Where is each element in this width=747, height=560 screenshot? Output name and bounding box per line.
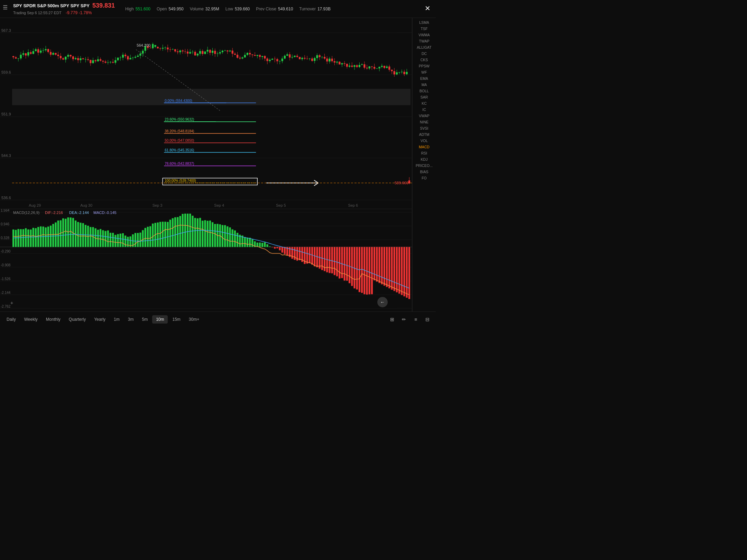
sidebar-item-ma[interactable]: MA [413, 82, 436, 88]
timeframe-btn-5m[interactable]: 5m [138, 315, 151, 324]
main-price: 539.831 [92, 2, 115, 9]
open-group: Open 549.950 [157, 7, 184, 11]
sidebar-item-fo[interactable]: FO [413, 175, 436, 181]
sidebar-item-ema[interactable]: EMA [413, 75, 436, 82]
sidebar-item-adtm[interactable]: ADTM [413, 131, 436, 138]
open-label: Open [157, 7, 167, 11]
sidebar-item-macd[interactable]: MACD [413, 144, 436, 150]
timeframe-btn-3m[interactable]: 3m [124, 315, 138, 324]
timeframe-btn-monthly[interactable]: Monthly [42, 315, 64, 324]
volume-value: 32.95M [205, 7, 219, 11]
sidebar-item-cks[interactable]: CKS [413, 57, 436, 63]
sidebar-item-lsma[interactable]: LSMA [413, 19, 436, 26]
price-change: -9.779 -1.78% [66, 10, 92, 15]
timeframe-btn-30mplus[interactable]: 30m+ [185, 315, 203, 324]
trading-info: Trading Sep 6 12:55:27 EDT [13, 11, 62, 15]
timeframe-btn-1m[interactable]: 1m [110, 315, 123, 324]
header-left: SPY SPDR S&P 500m SPY SPY SPY 539.831 Tr… [13, 2, 115, 16]
sidebar-item-ppsw[interactable]: PPSW [413, 63, 436, 69]
low-label: Low [225, 7, 233, 11]
sidebar-item-bias[interactable]: BIAS [413, 169, 436, 175]
prev-close-group: Prev Close 549.610 [256, 7, 293, 11]
timeframe-btn-quarterly[interactable]: Quarterly [65, 315, 90, 324]
sidebar-item-twap[interactable]: TWAP [413, 38, 436, 44]
main-chart-canvas [0, 18, 412, 209]
symbol-row: SPY SPDR S&P 500m SPY SPY SPY 539.831 [13, 2, 115, 9]
sidebar-item-vwma[interactable]: VWMA [413, 32, 436, 38]
high-group: High 551.600 [125, 7, 150, 11]
sidebar-item-wf[interactable]: WF [413, 69, 436, 75]
high-label: High [125, 7, 134, 11]
sidebar-item-sar[interactable]: SAR [413, 94, 436, 100]
sidebar-item-kc[interactable]: KC [413, 100, 436, 106]
header-stats: High 551.600 Open 549.950 Volume 32.95M … [125, 7, 331, 11]
sidebar-item-svsi[interactable]: SVSI [413, 125, 436, 131]
scroll-right-button[interactable]: ← [377, 297, 388, 307]
sidebar-item-nine[interactable]: NINE [413, 119, 436, 125]
menu-icon[interactable]: ☰ [3, 4, 8, 11]
symbol-text: SPY SPDR S&P 500m SPY SPY SPY [13, 3, 90, 8]
timeframe-btn-15m[interactable]: 15m [168, 315, 184, 324]
main-layout: ← LSMATSFVWMATWAPALLIGATDCCKSPPSWWFEMAMA… [0, 18, 436, 311]
layout-icon[interactable]: ⊞ [387, 314, 398, 325]
draw-icon[interactable]: ✏ [398, 314, 409, 325]
open-value: 549.950 [168, 7, 183, 11]
sidebar-item-boll[interactable]: BOLL [413, 88, 436, 94]
volume-label: Volume [190, 7, 204, 11]
turnover-value: 17.93B [317, 7, 331, 11]
sidebar-item-alligat[interactable]: ALLIGAT [413, 44, 436, 50]
indicator-icon[interactable]: ≡ [410, 314, 421, 325]
timeframe-btn-weekly[interactable]: Weekly [20, 315, 42, 324]
grid-icon[interactable]: ⊟ [422, 314, 433, 325]
sidebar-item-rsi[interactable]: RSI [413, 150, 436, 156]
macd-chart-canvas [0, 209, 412, 311]
low-group: Low 539.660 [225, 7, 250, 11]
turnover-label: Turnover [299, 7, 316, 11]
sidebar-item-vol[interactable]: VOL [413, 138, 436, 144]
turnover-group: Turnover 17.93B [299, 7, 331, 11]
header: ☰ SPY SPDR S&P 500m SPY SPY SPY 539.831 … [0, 0, 436, 18]
right-sidebar: LSMATSFVWMATWAPALLIGATDCCKSPPSWWFEMAMABO… [412, 18, 436, 311]
bottom-toolbar: DailyWeeklyMonthlyQuarterlyYearly1m3m5m1… [0, 311, 436, 327]
timeframe-btn-yearly[interactable]: Yearly [90, 315, 109, 324]
timeframe-btn-daily[interactable]: Daily [3, 315, 20, 324]
sidebar-item-tsf[interactable]: TSF [413, 26, 436, 32]
prev-close-label: Prev Close [256, 7, 276, 11]
volume-group: Volume 32.95M [190, 7, 219, 11]
chart-area: ← [0, 18, 412, 311]
timeframe-btn-10m[interactable]: 10m [152, 315, 168, 324]
high-value: 551.600 [136, 7, 150, 11]
low-value: 539.660 [235, 7, 250, 11]
sidebar-item-kdj[interactable]: KDJ [413, 156, 436, 162]
sidebar-item-dc[interactable]: DC [413, 50, 436, 57]
trading-info-row: Trading Sep 6 12:55:27 EDT -9.779 -1.78% [13, 9, 115, 16]
sidebar-item-ic[interactable]: IC [413, 106, 436, 113]
sidebar-item-vwap[interactable]: VWAP [413, 113, 436, 119]
prev-close-value: 549.610 [278, 7, 293, 11]
sidebar-item-priceo---[interactable]: PRICEO... [413, 162, 436, 169]
close-button[interactable]: ✕ [423, 3, 432, 13]
